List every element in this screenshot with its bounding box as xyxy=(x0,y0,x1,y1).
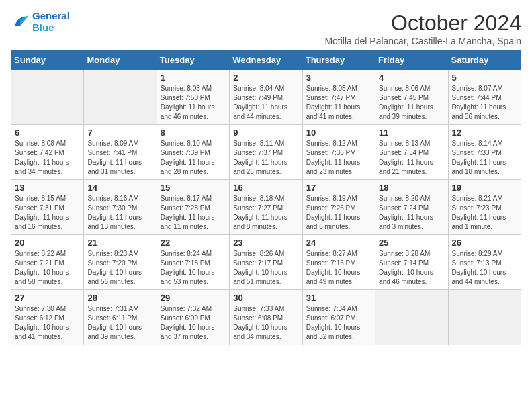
day-info: Sunrise: 8:20 AMSunset: 7:24 PMDaylight:… xyxy=(379,194,444,232)
day-info: Sunrise: 8:22 AMSunset: 7:21 PMDaylight:… xyxy=(15,249,80,287)
day-info: Sunrise: 8:03 AMSunset: 7:50 PMDaylight:… xyxy=(161,84,226,122)
header-row: SundayMondayTuesdayWednesdayThursdayFrid… xyxy=(11,51,521,70)
day-number: 16 xyxy=(233,183,298,193)
calendar-day-cell xyxy=(11,70,84,125)
calendar-day-cell: 29 Sunrise: 7:32 AMSunset: 6:09 PMDaylig… xyxy=(157,290,229,345)
logo-text: General Blue xyxy=(32,11,70,33)
calendar-day-cell: 14 Sunrise: 8:16 AMSunset: 7:30 PMDaylig… xyxy=(84,180,157,235)
calendar-day-cell: 11 Sunrise: 8:13 AMSunset: 7:34 PMDaylig… xyxy=(375,125,448,180)
day-info: Sunrise: 8:26 AMSunset: 7:17 PMDaylight:… xyxy=(233,249,298,287)
day-info: Sunrise: 7:34 AMSunset: 6:07 PMDaylight:… xyxy=(306,304,371,342)
calendar-day-cell: 6 Sunrise: 8:08 AMSunset: 7:42 PMDayligh… xyxy=(11,125,84,180)
calendar-day-cell: 2 Sunrise: 8:04 AMSunset: 7:49 PMDayligh… xyxy=(230,70,302,125)
day-number: 27 xyxy=(15,293,80,303)
calendar-day-cell: 31 Sunrise: 7:34 AMSunset: 6:07 PMDaylig… xyxy=(302,290,375,345)
day-number: 22 xyxy=(161,238,226,248)
day-info: Sunrise: 7:31 AMSunset: 6:11 PMDaylight:… xyxy=(87,304,152,342)
weekday-header: Sunday xyxy=(11,51,84,70)
day-info: Sunrise: 8:23 AMSunset: 7:20 PMDaylight:… xyxy=(87,249,152,287)
calendar-day-cell: 19 Sunrise: 8:21 AMSunset: 7:23 PMDaylig… xyxy=(448,180,521,235)
day-info: Sunrise: 7:33 AMSunset: 6:08 PMDaylight:… xyxy=(233,304,298,342)
calendar-day-cell: 24 Sunrise: 8:27 AMSunset: 7:16 PMDaylig… xyxy=(302,235,375,290)
day-number: 8 xyxy=(161,128,226,138)
calendar-day-cell: 23 Sunrise: 8:26 AMSunset: 7:17 PMDaylig… xyxy=(230,235,302,290)
day-number: 19 xyxy=(452,183,517,193)
calendar-day-cell xyxy=(84,70,157,125)
day-number: 25 xyxy=(379,238,444,248)
calendar-body: 1 Sunrise: 8:03 AMSunset: 7:50 PMDayligh… xyxy=(11,70,521,345)
day-number: 13 xyxy=(15,183,80,193)
calendar-week-row: 1 Sunrise: 8:03 AMSunset: 7:50 PMDayligh… xyxy=(11,70,521,125)
calendar-day-cell: 1 Sunrise: 8:03 AMSunset: 7:50 PMDayligh… xyxy=(157,70,229,125)
day-info: Sunrise: 8:21 AMSunset: 7:23 PMDaylight:… xyxy=(452,194,517,232)
day-number: 24 xyxy=(306,238,371,248)
day-number: 31 xyxy=(306,293,371,303)
day-info: Sunrise: 8:09 AMSunset: 7:41 PMDaylight:… xyxy=(87,139,152,177)
calendar-week-row: 6 Sunrise: 8:08 AMSunset: 7:42 PMDayligh… xyxy=(11,125,521,180)
day-number: 15 xyxy=(161,183,226,193)
calendar-day-cell: 9 Sunrise: 8:11 AMSunset: 7:37 PMDayligh… xyxy=(230,125,302,180)
day-number: 20 xyxy=(15,238,80,248)
calendar-day-cell: 27 Sunrise: 7:30 AMSunset: 6:12 PMDaylig… xyxy=(11,290,84,345)
day-number: 2 xyxy=(233,73,298,83)
day-info: Sunrise: 8:06 AMSunset: 7:45 PMDaylight:… xyxy=(379,84,444,122)
calendar-day-cell: 16 Sunrise: 8:18 AMSunset: 7:27 PMDaylig… xyxy=(230,180,302,235)
calendar-day-cell: 18 Sunrise: 8:20 AMSunset: 7:24 PMDaylig… xyxy=(375,180,448,235)
calendar-week-row: 27 Sunrise: 7:30 AMSunset: 6:12 PMDaylig… xyxy=(11,290,521,345)
calendar-day-cell: 15 Sunrise: 8:17 AMSunset: 7:28 PMDaylig… xyxy=(157,180,229,235)
calendar-day-cell: 17 Sunrise: 8:19 AMSunset: 7:25 PMDaylig… xyxy=(302,180,375,235)
logo-icon xyxy=(11,13,30,32)
day-info: Sunrise: 8:24 AMSunset: 7:18 PMDaylight:… xyxy=(161,249,226,287)
calendar-table: SundayMondayTuesdayWednesdayThursdayFrid… xyxy=(11,50,521,345)
title-area: October 2024 Motilla del Palancar, Casti… xyxy=(324,11,521,46)
day-number: 26 xyxy=(452,238,517,248)
day-info: Sunrise: 8:29 AMSunset: 7:13 PMDaylight:… xyxy=(452,249,517,287)
day-info: Sunrise: 8:13 AMSunset: 7:34 PMDaylight:… xyxy=(379,139,444,177)
calendar-day-cell: 30 Sunrise: 7:33 AMSunset: 6:08 PMDaylig… xyxy=(230,290,302,345)
day-info: Sunrise: 8:04 AMSunset: 7:49 PMDaylight:… xyxy=(233,84,298,122)
day-number: 30 xyxy=(233,293,298,303)
calendar-day-cell xyxy=(448,290,521,345)
day-number: 29 xyxy=(161,293,226,303)
calendar-day-cell: 7 Sunrise: 8:09 AMSunset: 7:41 PMDayligh… xyxy=(84,125,157,180)
weekday-header: Tuesday xyxy=(157,51,229,70)
day-info: Sunrise: 7:30 AMSunset: 6:12 PMDaylight:… xyxy=(15,304,80,342)
logo: General Blue xyxy=(11,11,70,33)
day-number: 7 xyxy=(87,128,152,138)
day-number: 18 xyxy=(379,183,444,193)
calendar-day-cell: 26 Sunrise: 8:29 AMSunset: 7:13 PMDaylig… xyxy=(448,235,521,290)
calendar-day-cell xyxy=(375,290,448,345)
calendar-day-cell: 28 Sunrise: 7:31 AMSunset: 6:11 PMDaylig… xyxy=(84,290,157,345)
weekday-header: Wednesday xyxy=(230,51,302,70)
day-info: Sunrise: 8:07 AMSunset: 7:44 PMDaylight:… xyxy=(452,84,517,122)
day-info: Sunrise: 8:08 AMSunset: 7:42 PMDaylight:… xyxy=(15,139,80,177)
day-number: 3 xyxy=(306,73,371,83)
day-info: Sunrise: 8:28 AMSunset: 7:14 PMDaylight:… xyxy=(379,249,444,287)
day-info: Sunrise: 8:14 AMSunset: 7:33 PMDaylight:… xyxy=(452,139,517,177)
calendar-day-cell: 10 Sunrise: 8:12 AMSunset: 7:36 PMDaylig… xyxy=(302,125,375,180)
day-number: 9 xyxy=(233,128,298,138)
day-info: Sunrise: 8:19 AMSunset: 7:25 PMDaylight:… xyxy=(306,194,371,232)
day-number: 21 xyxy=(87,238,152,248)
day-number: 1 xyxy=(161,73,226,83)
calendar-day-cell: 3 Sunrise: 8:05 AMSunset: 7:47 PMDayligh… xyxy=(302,70,375,125)
day-info: Sunrise: 8:27 AMSunset: 7:16 PMDaylight:… xyxy=(306,249,371,287)
day-info: Sunrise: 8:12 AMSunset: 7:36 PMDaylight:… xyxy=(306,139,371,177)
day-number: 4 xyxy=(379,73,444,83)
day-info: Sunrise: 8:18 AMSunset: 7:27 PMDaylight:… xyxy=(233,194,298,232)
calendar-week-row: 13 Sunrise: 8:15 AMSunset: 7:31 PMDaylig… xyxy=(11,180,521,235)
day-number: 11 xyxy=(379,128,444,138)
day-number: 5 xyxy=(452,73,517,83)
calendar-day-cell: 22 Sunrise: 8:24 AMSunset: 7:18 PMDaylig… xyxy=(157,235,229,290)
day-number: 28 xyxy=(87,293,152,303)
day-info: Sunrise: 8:10 AMSunset: 7:39 PMDaylight:… xyxy=(161,139,226,177)
day-info: Sunrise: 8:16 AMSunset: 7:30 PMDaylight:… xyxy=(87,194,152,232)
day-info: Sunrise: 8:17 AMSunset: 7:28 PMDaylight:… xyxy=(161,194,226,232)
day-number: 6 xyxy=(15,128,80,138)
calendar-week-row: 20 Sunrise: 8:22 AMSunset: 7:21 PMDaylig… xyxy=(11,235,521,290)
calendar-day-cell: 25 Sunrise: 8:28 AMSunset: 7:14 PMDaylig… xyxy=(375,235,448,290)
location-subtitle: Motilla del Palancar, Castille-La Mancha… xyxy=(324,36,521,46)
page-header: General Blue October 2024 Motilla del Pa… xyxy=(11,11,521,46)
calendar-day-cell: 12 Sunrise: 8:14 AMSunset: 7:33 PMDaylig… xyxy=(448,125,521,180)
day-number: 12 xyxy=(452,128,517,138)
